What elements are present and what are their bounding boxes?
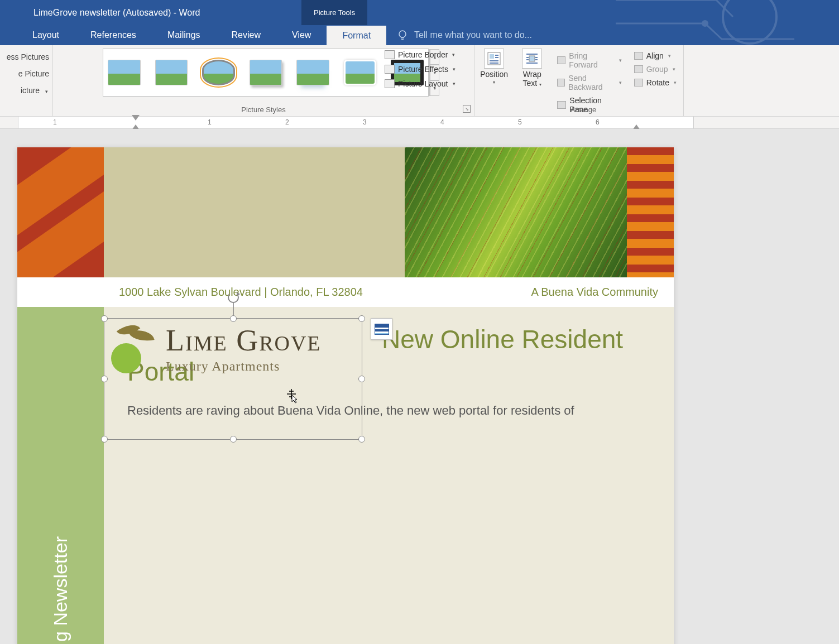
tab-view[interactable]: View <box>276 25 327 45</box>
align-icon <box>634 52 643 60</box>
style-beveled-matte[interactable] <box>155 60 188 85</box>
logo-sub-text: Luxury Apartments <box>166 359 322 374</box>
adjust-group-partial: ess Pictures e Picture icture ▾ <box>0 45 53 116</box>
svg-point-2 <box>399 31 406 37</box>
picture-effects-button[interactable]: Picture Effects▾ <box>382 63 469 75</box>
title-bar: LimeGrove newsletter (Autosaved) - Word … <box>0 0 839 25</box>
resize-handle-se[interactable] <box>358 436 365 443</box>
page: 1000 Lake Sylvan Boulevard | Orlando, FL… <box>17 147 674 644</box>
tab-format[interactable]: Format <box>327 25 386 45</box>
selected-picture[interactable]: Lime Grove Luxury Apartments <box>104 318 362 440</box>
tab-mailings[interactable]: Mailings <box>152 25 216 45</box>
svg-rect-5 <box>529 56 535 61</box>
compress-pictures-button[interactable]: ess Pictures <box>2 49 50 65</box>
svg-rect-4 <box>490 54 494 59</box>
resize-handle-n[interactable] <box>230 315 237 322</box>
picture-style-options: Picture Border▾ Picture Effects▾ Picture… <box>382 49 469 90</box>
style-drop-shadow[interactable] <box>250 60 282 85</box>
header-leaf-image <box>405 147 627 277</box>
horizontal-ruler[interactable]: 1 1 2 3 4 5 6 <box>0 117 839 129</box>
rotate-handle[interactable] <box>228 292 239 303</box>
bring-forward-icon <box>557 56 565 64</box>
header-solid-mid <box>104 147 405 277</box>
ribbon: ess Pictures e Picture icture ▾ ▴ ▾ ▾ Pi… <box>0 45 839 117</box>
bring-forward-button[interactable]: Bring Forward▾ <box>555 50 624 71</box>
resize-handle-w[interactable] <box>101 376 108 382</box>
lime-icon <box>107 324 157 374</box>
style-simple-frame[interactable] <box>108 60 141 85</box>
tell-me-placeholder: Tell me what you want to do... <box>414 30 532 40</box>
svg-point-1 <box>702 20 708 27</box>
document-canvas[interactable]: 1000 Lake Sylvan Boulevard | Orlando, FL… <box>0 129 839 644</box>
picture-styles-group: ▴ ▾ ▾ Picture Border▾ Picture Effects▾ P… <box>53 45 474 116</box>
resize-handle-nw[interactable] <box>101 315 108 322</box>
content-area: Lime Grove Luxury Apartments <box>104 307 674 644</box>
wrap-text-icon <box>522 49 542 69</box>
align-button[interactable]: Align▾ <box>632 50 679 62</box>
tab-review[interactable]: Review <box>216 25 276 45</box>
contextual-tab-label: Picture Tools <box>301 0 367 25</box>
dialog-launcher-picture-styles[interactable]: ↘ <box>463 105 471 113</box>
layout-options-icon <box>375 324 389 335</box>
address-text: 1000 Lake Sylvan Boulevard | Orlando, FL… <box>119 286 363 299</box>
logo-main-text: Lime Grove <box>166 325 322 355</box>
rotate-button[interactable]: Rotate▾ <box>632 76 679 89</box>
decorative-art <box>616 0 839 50</box>
picture-layout-button[interactable]: Picture Layout▾ <box>382 78 469 90</box>
group-label-picture-styles: Picture Styles <box>53 105 474 114</box>
style-reflected-rounded[interactable] <box>296 60 329 85</box>
effects-icon <box>385 65 395 74</box>
community-text: A Buena Vida Community <box>531 286 658 299</box>
header-pattern-right <box>627 147 674 277</box>
send-backward-button[interactable]: Send Backward▾ <box>555 72 624 93</box>
sidebar-vertical-text: g Newsletter <box>50 525 71 644</box>
newsletter-header <box>17 147 674 277</box>
layout-options-button[interactable] <box>371 318 392 340</box>
lightbulb-icon <box>396 29 409 41</box>
style-soft-edge[interactable] <box>344 60 377 85</box>
first-line-indent-marker[interactable] <box>132 115 140 121</box>
document-title: LimeGrove newsletter (Autosaved) - Word <box>33 8 200 18</box>
style-metal-frame[interactable] <box>202 60 235 85</box>
border-icon <box>385 50 395 59</box>
tab-layout[interactable]: Layout <box>17 25 75 45</box>
group-button[interactable]: Group▾ <box>632 63 679 75</box>
position-icon <box>484 49 504 69</box>
resize-handle-s[interactable] <box>230 436 237 443</box>
resize-handle-sw[interactable] <box>101 436 108 443</box>
group-label-arrange: Arrange <box>479 105 688 114</box>
group-icon <box>634 65 643 73</box>
resize-handle-ne[interactable] <box>358 315 365 322</box>
layout-icon <box>385 79 395 88</box>
sidebar-green: g Newsletter <box>17 307 104 644</box>
tab-references[interactable]: References <box>75 25 152 45</box>
change-picture-button[interactable]: e Picture <box>2 65 50 82</box>
send-backward-icon <box>557 79 565 86</box>
reset-picture-button[interactable]: icture ▾ <box>2 82 50 99</box>
rotate-icon <box>634 79 643 86</box>
lime-grove-logo: Lime Grove Luxury Apartments <box>104 319 362 374</box>
picture-border-button[interactable]: Picture Border▾ <box>382 49 469 61</box>
arrange-group: Position▾ Wrap Text ▾ Bring Forward▾ Sen… <box>474 45 684 116</box>
resize-handle-e[interactable] <box>358 376 365 382</box>
svg-point-0 <box>723 0 776 44</box>
header-pattern-left <box>17 147 104 277</box>
tell-me-search[interactable]: Tell me what you want to do... <box>396 25 532 45</box>
picture-styles-gallery: ▴ ▾ ▾ <box>103 49 429 97</box>
address-bar: 1000 Lake Sylvan Boulevard | Orlando, FL… <box>17 277 674 307</box>
